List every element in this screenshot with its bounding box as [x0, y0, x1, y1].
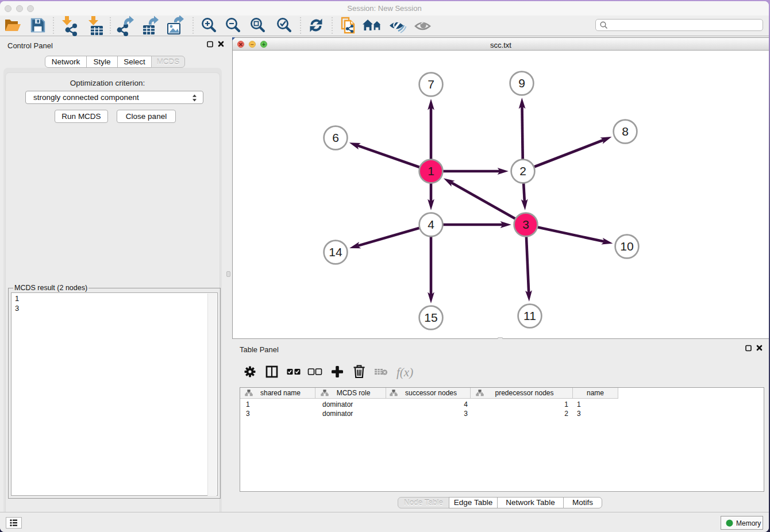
- svg-text:f(x): f(x): [396, 365, 413, 379]
- svg-text:11: 11: [523, 309, 536, 322]
- svg-text:2: 2: [519, 164, 526, 178]
- svg-text:9: 9: [518, 76, 525, 90]
- svg-text:6: 6: [332, 131, 339, 144]
- svg-text:7: 7: [428, 78, 434, 91]
- svg-text:8: 8: [622, 125, 629, 138]
- svg-text:4: 4: [428, 218, 434, 231]
- svg-text:1: 1: [428, 164, 434, 178]
- svg-text:15: 15: [424, 311, 437, 324]
- svg-text:3: 3: [522, 218, 529, 231]
- svg-text:10: 10: [620, 240, 633, 253]
- svg-text:14: 14: [329, 245, 342, 259]
